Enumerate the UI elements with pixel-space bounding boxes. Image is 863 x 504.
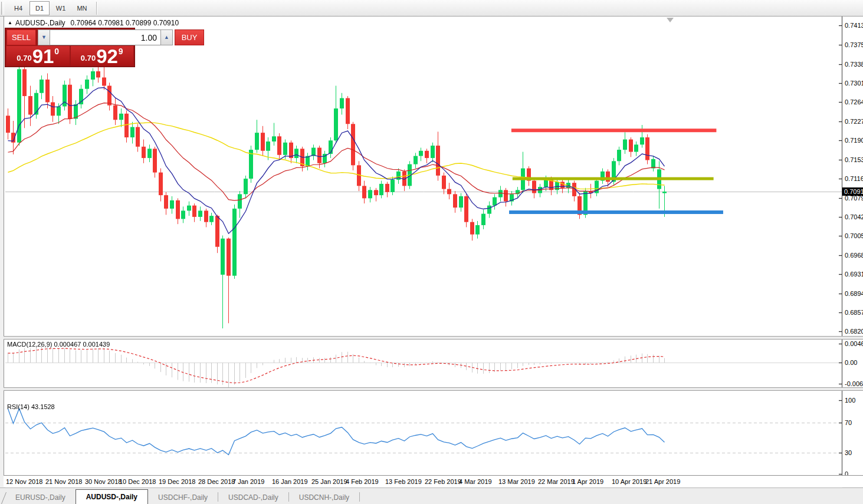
rsi-axis-label: 30 [845, 449, 852, 456]
chart-ohlc-quotes: 0.70964 0.70981 0.70899 0.70910 [71, 19, 179, 27]
buy-button[interactable]: BUY [175, 29, 204, 45]
buy-price-big: 92 [96, 48, 118, 65]
date-axis-label: 10 Dec 2018 [119, 478, 156, 485]
rsi-axis-label: 70 [845, 419, 852, 426]
sell-price-pip: 0 [54, 47, 59, 56]
date-axis-label: 19 Dec 2018 [159, 478, 195, 485]
tab-audusd-daily[interactable]: AUDUSD-,Daily [76, 489, 148, 504]
date-axis-label: 12 Nov 2018 [6, 478, 42, 485]
tab-usdchf-daily[interactable]: USDCHF-,Daily [148, 491, 218, 504]
date-axis-label: 13 Mar 2019 [498, 478, 535, 485]
timeframe-button-h4[interactable]: H4 [8, 1, 28, 15]
price-axis-label: 0.71160 [845, 175, 863, 182]
volume-increase-button[interactable]: ▲ [160, 29, 173, 45]
price-axis-label: 0.68200 [845, 328, 863, 335]
scroll-to-end-icon[interactable] [667, 18, 674, 22]
timeframe-button-mn[interactable]: MN [72, 1, 92, 15]
price-axis-label: 0.74130 [845, 22, 863, 29]
timeframe-toolbar: H4 D1 W1 MN [0, 0, 863, 17]
tab-usdcnh-daily[interactable]: USDCNH-,Daily [289, 491, 359, 504]
chart-symbol-period: AUDUSD-,Daily [15, 19, 65, 27]
macd-title: MACD(12,26,9) [7, 341, 52, 348]
macd-values: 0.000467 0.001439 [54, 341, 110, 348]
tab-usdcad-daily[interactable]: USDCAD-,Daily [218, 491, 288, 504]
date-axis-label: 21 Nov 2018 [45, 478, 82, 485]
rsi-pane-splitter[interactable] [4, 387, 863, 391]
price-axis-label: 0.70420 [845, 213, 863, 220]
volume-input[interactable] [50, 29, 160, 45]
macd-label: MACD(12,26,9) 0.000467 0.001439 [7, 341, 110, 348]
volume-decrease-button[interactable]: ▼ [38, 29, 50, 45]
buy-price-prefix: 0.70 [81, 54, 96, 62]
date-axis-label: 16 Jan 2019 [272, 478, 308, 485]
macd-axis-label: 0.004694 [845, 340, 863, 347]
tab-separator [359, 492, 360, 502]
timeframe-button-d1[interactable]: D1 [29, 1, 50, 15]
date-axis-label: 4 Mar 2019 [459, 478, 492, 485]
price-axis-label: 0.73380 [845, 61, 863, 68]
date-axis-label: 25 Jan 2019 [311, 478, 347, 485]
sell-price-box[interactable]: 0.70 91 0 [6, 46, 70, 65]
price-axis-label: 0.71900 [845, 137, 863, 144]
chart-direction-up-icon: ▲ [8, 20, 12, 25]
price-axis-label: 0.69310 [845, 271, 863, 278]
buy-price-box[interactable]: 0.70 92 9 [71, 46, 134, 65]
price-axis-label: 0.73750 [845, 41, 863, 48]
sell-price-prefix: 0.70 [17, 54, 31, 62]
volume-stepper: ▼ ▲ [36, 29, 175, 45]
chart-canvas[interactable] [5, 17, 842, 487]
one-click-trading-panel: SELL ▼ ▲ BUY 0.70 91 0 0.70 92 9 [5, 28, 135, 67]
macd-axis-label: 0.00 [845, 359, 857, 366]
date-axis-label: 22 Feb 2019 [425, 478, 461, 485]
tab-eurusd-daily[interactable]: EURUSD-,Daily [5, 491, 76, 504]
price-axis-label: 0.70050 [845, 232, 863, 239]
price-axis-label: 0.72270 [845, 118, 863, 125]
price-axis-label: 0.72640 [845, 98, 863, 106]
chart-tab-bar: EURUSD-,Daily AUDUSD-,Daily USDCHF-,Dail… [0, 487, 863, 504]
sell-button[interactable]: SELL [6, 29, 36, 45]
rsi-value: 43.1528 [31, 403, 55, 410]
macd-axis-label: -0.00639 [845, 380, 863, 387]
date-axis-label: 7 Jan 2019 [232, 478, 264, 485]
sell-price-big: 91 [32, 48, 54, 65]
date-axis-label: 10 Apr 2019 [612, 478, 647, 485]
macd-pane-splitter[interactable] [4, 336, 863, 340]
date-axis-label: 22 Mar 2019 [538, 478, 575, 485]
price-axis-label: 0.68940 [845, 290, 863, 297]
toolbar-separator [96, 2, 97, 15]
date-axis-label: 21 Apr 2019 [645, 478, 680, 485]
date-axis-label: 13 Feb 2019 [385, 478, 422, 485]
price-axis: 0.70910 0.741300.737500.733800.730100.72… [842, 17, 863, 475]
chart-title: ▲AUDUSD-,Daily0.70964 0.70981 0.70899 0.… [8, 19, 179, 27]
timeframe-button-w1[interactable]: W1 [51, 1, 71, 15]
rsi-title: RSI(14) [7, 403, 29, 410]
chart-window [4, 17, 863, 487]
rsi-label: RSI(14) 43.1528 [7, 403, 55, 410]
buy-price-pip: 9 [119, 47, 123, 56]
date-axis-label: 1 Apr 2019 [572, 478, 603, 485]
price-axis-label: 0.68570 [845, 309, 863, 316]
date-axis-label: 30 Nov 2018 [85, 478, 122, 485]
date-axis-label: 4 Feb 2019 [346, 478, 379, 485]
rsi-axis-label: 100 [845, 397, 855, 404]
price-axis-label: 0.73010 [845, 80, 863, 87]
toolbar-grip[interactable] [1, 2, 4, 15]
price-axis-label: 0.71530 [845, 156, 863, 163]
price-axis-label: 0.69680 [845, 252, 863, 259]
date-axis-label: 28 Dec 2018 [198, 478, 235, 485]
date-axis: 12 Nov 201821 Nov 201830 Nov 201810 Dec … [4, 475, 863, 487]
current-price-tag: 0.70910 [842, 187, 863, 196]
